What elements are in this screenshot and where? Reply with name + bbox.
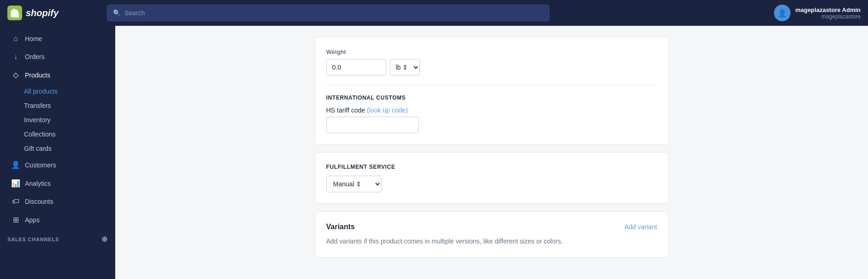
hs-tariff-label: HS tariff code (look up code) [326, 107, 657, 114]
sidebar-discounts-label: Discounts [25, 198, 53, 205]
products-icon: ◇ [11, 71, 20, 79]
sidebar-apps-label: Apps [25, 216, 40, 224]
sidebar-subitem-collections[interactable]: Collections [4, 127, 112, 141]
add-sales-channel-icon[interactable]: ⊕ [101, 235, 108, 243]
variants-header: Variants Add variant [326, 223, 657, 231]
sidebar-item-discounts[interactable]: 🏷 Discounts [4, 193, 112, 210]
sidebar-home-label: Home [25, 35, 42, 42]
intl-customs-heading: INTERNATIONAL CUSTOMS [326, 95, 657, 101]
customers-icon: 👤 [11, 160, 20, 169]
user-info: mageplazastore Admin mageplazastore [795, 6, 861, 20]
main-layout: ⌂ Home ↓ Orders ◇ Products All products … [0, 26, 868, 279]
weight-input[interactable] [326, 59, 386, 76]
user-store: mageplazastore [795, 13, 861, 20]
sidebar-subitem-transfers[interactable]: Transfers [4, 99, 112, 113]
international-customs-section: INTERNATIONAL CUSTOMS HS tariff code (lo… [326, 95, 657, 133]
analytics-icon: 📊 [11, 179, 20, 188]
avatar: 👤 [774, 5, 791, 21]
search-icon: 🔍 [113, 9, 121, 17]
hs-code-input[interactable] [326, 117, 419, 133]
sidebar-subitem-all-products[interactable]: All products [4, 84, 112, 98]
sidebar-item-analytics[interactable]: 📊 Analytics [4, 174, 112, 192]
search-input[interactable] [124, 9, 543, 17]
add-variant-link[interactable]: Add variant [625, 223, 657, 231]
variants-title: Variants [326, 223, 355, 231]
content-inner: Weight lb ⇕ kg oz g INTERNATIONAL CUSTOM… [307, 26, 676, 269]
variants-description: Add variants if this product comes in mu… [326, 237, 657, 246]
sidebar: ⌂ Home ↓ Orders ◇ Products All products … [0, 26, 115, 279]
sidebar-customers-label: Customers [25, 161, 56, 169]
orders-icon: ↓ [11, 53, 20, 61]
sidebar-analytics-label: Analytics [25, 180, 51, 187]
sidebar-subitem-gift-cards[interactable]: Gift cards [4, 142, 112, 155]
sidebar-item-products[interactable]: ◇ Products [4, 66, 112, 84]
home-icon: ⌂ [11, 35, 20, 43]
divider [326, 85, 657, 85]
sidebar-subitem-inventory[interactable]: Inventory [4, 113, 112, 127]
logo-text: shopify [26, 8, 59, 18]
sidebar-item-home[interactable]: ⌂ Home [4, 30, 112, 47]
lookup-code-link[interactable]: (look up code) [367, 107, 408, 114]
weight-section: Weight lb ⇕ kg oz g [326, 48, 657, 76]
user-area: 👤 mageplazastore Admin mageplazastore [774, 5, 861, 21]
sidebar-orders-label: Orders [25, 53, 45, 60]
sidebar-item-apps[interactable]: ⊞ Apps [4, 211, 112, 229]
weight-row: lb ⇕ kg oz g [326, 59, 657, 76]
apps-icon: ⊞ [11, 215, 20, 224]
top-nav: shopify 🔍 👤 mageplazastore Admin magepla… [0, 0, 868, 26]
weight-unit-select[interactable]: lb ⇕ kg oz g [390, 59, 420, 76]
fulfillment-heading: FULFILLMENT SERVICE [326, 164, 657, 170]
fulfillment-select[interactable]: Manual ⇕ [326, 176, 382, 192]
shopify-logo-icon [7, 6, 22, 20]
variants-card: Variants Add variant Add variants if thi… [315, 211, 669, 258]
sidebar-item-orders[interactable]: ↓ Orders [4, 48, 112, 65]
logo-area: shopify [7, 6, 100, 20]
fulfillment-card: FULFILLMENT SERVICE Manual ⇕ [315, 152, 669, 204]
search-bar[interactable]: 🔍 [107, 5, 549, 21]
discounts-icon: 🏷 [11, 197, 20, 206]
user-name: mageplazastore Admin [795, 6, 861, 13]
weight-label: Weight [326, 48, 657, 55]
shipping-card: Weight lb ⇕ kg oz g INTERNATIONAL CUSTOM… [315, 37, 669, 145]
sidebar-item-customers[interactable]: 👤 Customers [4, 156, 112, 174]
sidebar-products-label: Products [25, 71, 50, 79]
sales-channels-section: SALES CHANNELS ⊕ [0, 229, 115, 245]
content-area: Weight lb ⇕ kg oz g INTERNATIONAL CUSTOM… [115, 26, 868, 279]
